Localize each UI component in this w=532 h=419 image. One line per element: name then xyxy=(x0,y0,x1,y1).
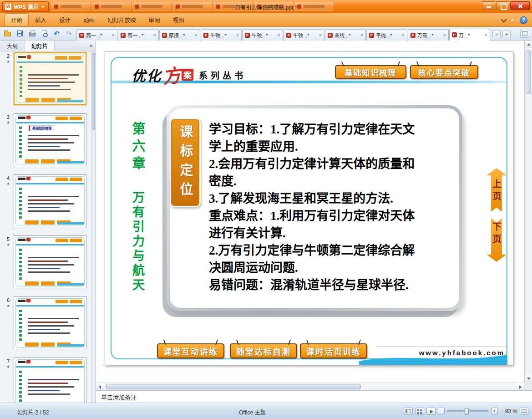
thumb-chapter-decoration xyxy=(20,66,22,97)
close-button[interactable] xyxy=(510,1,530,10)
slide-thumbnail-preview[interactable] xyxy=(14,358,86,403)
minimize-button[interactable] xyxy=(482,1,495,10)
vertical-scrollbar[interactable] xyxy=(524,41,532,383)
fit-to-window-icon[interactable] xyxy=(520,408,528,414)
close-tab-icon[interactable]: × xyxy=(278,33,280,38)
slide-thumbnail-preview[interactable] xyxy=(14,52,86,105)
zoom-slider[interactable] xyxy=(447,410,489,412)
menu-item-animation[interactable]: 动画 xyxy=(77,13,101,26)
slide-counter: 幻灯片 2 / 52 xyxy=(17,408,49,416)
zoom-in-icon[interactable]: + xyxy=(491,408,498,414)
menu-item-view[interactable]: 视图 xyxy=(167,13,191,26)
close-tab-icon[interactable]: × xyxy=(319,33,322,38)
panel-scrollbar-thumb[interactable] xyxy=(92,53,95,130)
panel-close-icon[interactable]: × xyxy=(89,42,93,49)
new-tab-icon[interactable]: + xyxy=(502,30,511,38)
menu-item-review[interactable]: 审阅 xyxy=(142,13,167,26)
menu-item-design[interactable]: 设计 xyxy=(53,13,77,26)
redo-icon[interactable]: ↷ xyxy=(64,29,74,38)
print-icon[interactable] xyxy=(27,29,37,38)
slide-thumbnail-preview[interactable] xyxy=(14,296,86,349)
slide-thumbnail-preview[interactable] xyxy=(14,235,86,288)
collapse-toolbar-icon[interactable] xyxy=(501,16,507,22)
normal-view-icon[interactable] xyxy=(404,408,413,415)
print-preview-icon[interactable] xyxy=(40,29,49,38)
menu-item-slideshow[interactable]: 幻灯片放映 xyxy=(101,13,142,26)
open-file-icon[interactable] xyxy=(3,29,12,38)
save-icon[interactable] xyxy=(15,29,25,38)
close-tab-icon[interactable]: × xyxy=(236,33,239,38)
button-standard-selftest[interactable]: 随堂达标自测 xyxy=(230,343,297,358)
thumb-content-line xyxy=(28,332,70,334)
content-line: 密度. xyxy=(209,173,462,190)
slide-thumbnail-row: 5★ xyxy=(0,235,91,296)
zoom-out-icon[interactable]: − xyxy=(438,408,445,414)
menu-bar: 开始 插入 设计 动画 幻灯片放映 审阅 视图 ★ ? xyxy=(0,13,532,27)
scroll-up-icon[interactable] xyxy=(525,41,532,48)
thumb-divider-decoration xyxy=(16,183,84,184)
document-tab[interactable]: P高一...*× xyxy=(118,29,159,41)
thumb-divider-decoration xyxy=(16,305,84,307)
button-core-points[interactable]: 核心要点突破 xyxy=(410,65,478,79)
slideshow-icon[interactable] xyxy=(426,408,436,415)
button-basic-knowledge[interactable]: 基础知识梳理 xyxy=(335,65,406,79)
wps-menu-button[interactable]: W WPS 演示 xyxy=(2,1,49,12)
document-tab[interactable]: P摩擦...*× xyxy=(159,29,200,41)
tab-outline[interactable]: 大纲 xyxy=(0,40,25,51)
thumb-content-line xyxy=(28,261,68,262)
website-text: www.yhfabook.com xyxy=(378,349,505,357)
thumb-content-line xyxy=(28,383,68,384)
ppt-file-icon: P xyxy=(410,33,415,38)
maximize-button[interactable] xyxy=(496,1,509,10)
slide-sorter-icon[interactable] xyxy=(415,408,424,415)
tab-slides[interactable]: 幻灯片 xyxy=(25,40,55,51)
slide-number: 3 xyxy=(7,114,10,120)
menu-item-home[interactable]: 开始 xyxy=(5,13,29,26)
undo-icon[interactable]: ↶ xyxy=(52,29,61,38)
panel-scrollbar[interactable] xyxy=(91,51,96,403)
content-line: 2.万有引力定律与牛顿第二定律综合解 xyxy=(209,242,462,259)
close-tab-icon[interactable]: × xyxy=(112,33,115,38)
close-tab-icon[interactable]: × xyxy=(485,32,487,37)
close-tab-icon[interactable]: × xyxy=(443,33,446,38)
document-tab[interactable]: P牛顿...*× xyxy=(242,29,283,41)
slide-canvas[interactable]: 优化 方 案 系列丛书 基础知识梳理 核心要点突破 第六章 万有引力与航天 课标… xyxy=(105,51,513,365)
scroll-right-icon[interactable] xyxy=(517,383,524,391)
star-icon[interactable]: ★ xyxy=(510,17,515,24)
close-tab-icon[interactable]: × xyxy=(402,33,405,38)
slide-thumbnail-preview[interactable]: 基础知识梳理 xyxy=(14,113,86,166)
document-tab[interactable]: P高一...*× xyxy=(76,29,117,41)
close-tab-icon[interactable]: × xyxy=(153,33,156,38)
thumb-chapter-decoration xyxy=(19,310,22,341)
document-tab[interactable]: P牛顿...*× xyxy=(284,29,324,41)
document-tab-active[interactable]: P万...*× xyxy=(449,29,490,41)
tab-course-standard-label: 课标定位 xyxy=(176,125,195,207)
button-lesson-training[interactable]: 课时活页训练 xyxy=(300,343,367,358)
thumb-button-decoration xyxy=(70,117,82,120)
button-classroom-practice[interactable]: 课堂互动讲练 xyxy=(157,343,224,358)
notes-pane[interactable]: 单击添加备注 xyxy=(96,390,532,403)
document-tab[interactable]: P曲线...*× xyxy=(325,29,366,41)
scroll-down-icon[interactable] xyxy=(525,375,532,383)
thumb-content-line xyxy=(28,142,74,143)
zoom-slider-thumb[interactable] xyxy=(465,408,469,415)
document-tab[interactable]: P牛顿...*× xyxy=(201,29,242,41)
document-tab[interactable]: P平抛...*× xyxy=(366,29,407,41)
content-line: 学上的重要应用. xyxy=(209,138,462,155)
tab-overflow-icon[interactable]: » xyxy=(492,30,501,38)
slide-thumbnail-row: 7★ xyxy=(0,357,91,403)
scroll-left-icon[interactable] xyxy=(96,383,104,391)
document-tab-label: 万有...* xyxy=(417,31,441,39)
window-layout-icon[interactable] xyxy=(520,30,529,38)
close-tab-icon[interactable]: × xyxy=(195,33,198,38)
ppt-file-icon: P xyxy=(203,33,208,38)
horizontal-scrollbar-thumb[interactable] xyxy=(106,384,361,389)
slide-thumbnail-preview[interactable] xyxy=(14,174,86,227)
help-icon[interactable]: ? xyxy=(520,16,527,24)
close-tab-icon[interactable]: × xyxy=(360,33,363,38)
horizontal-scrollbar[interactable] xyxy=(96,383,524,390)
thumb-content-line xyxy=(28,393,70,395)
vertical-scrollbar-thumb[interactable] xyxy=(526,51,531,94)
document-tab[interactable]: P万有...*× xyxy=(408,29,449,41)
menu-item-insert[interactable]: 插入 xyxy=(29,13,53,26)
